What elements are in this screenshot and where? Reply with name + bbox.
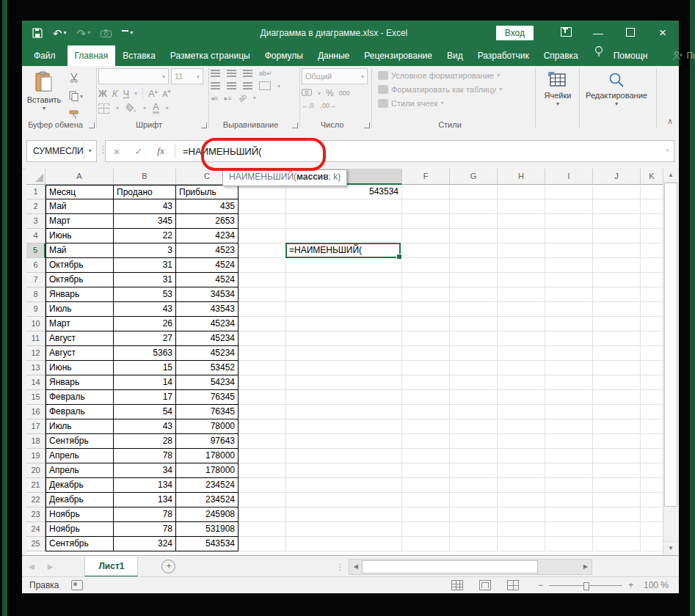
zoom-handle[interactable] xyxy=(583,582,589,590)
cell-J18[interactable] xyxy=(593,434,641,449)
undo-button[interactable]: ↶▾ xyxy=(53,28,67,39)
cell-C4[interactable]: 4234 xyxy=(176,229,239,243)
conditional-formatting-button[interactable]: Условное форматирование▾ xyxy=(378,68,534,82)
cell-G24[interactable] xyxy=(450,522,498,537)
cell-C11[interactable]: 45234 xyxy=(176,331,239,346)
cell-J8[interactable] xyxy=(593,287,641,302)
cell-K3[interactable] xyxy=(641,214,663,229)
cell-I19[interactable] xyxy=(545,449,593,463)
cell-F2[interactable] xyxy=(402,199,450,214)
cell-J10[interactable] xyxy=(593,317,641,331)
cell-H16[interactable] xyxy=(498,405,545,419)
cell-G19[interactable] xyxy=(450,449,498,463)
increase-decimal-button[interactable]: ←,0 xyxy=(302,102,314,109)
cell-D17[interactable] xyxy=(239,419,286,434)
cell-D10[interactable] xyxy=(239,317,286,331)
cancel-icon[interactable]: × xyxy=(106,145,128,158)
hscroll-grip[interactable]: ⋮ xyxy=(335,562,344,572)
cell-J25[interactable] xyxy=(593,537,641,551)
tab-developer[interactable]: Разработчик xyxy=(470,45,536,66)
cell-F14[interactable] xyxy=(402,375,450,390)
row-header-11[interactable]: 11 xyxy=(26,331,46,346)
cell-I12[interactable] xyxy=(545,346,593,361)
cell-C1[interactable]: Прибыль xyxy=(176,185,239,199)
column-header-J[interactable]: J xyxy=(593,169,641,185)
cell-I14[interactable] xyxy=(545,375,593,390)
cell-J15[interactable] xyxy=(593,390,641,405)
cell-E21[interactable] xyxy=(286,478,402,493)
vertical-scroll-thumb[interactable] xyxy=(664,183,677,507)
cell-D2[interactable] xyxy=(239,199,286,214)
cell-C24[interactable]: 531908 xyxy=(176,522,239,537)
zoom-track[interactable] xyxy=(549,585,622,586)
cell-D7[interactable] xyxy=(239,273,286,287)
expand-formula-bar-icon[interactable]: ⌄ xyxy=(664,145,670,153)
cell-C3[interactable]: 2653 xyxy=(176,214,239,229)
column-header-K[interactable]: K xyxy=(641,169,663,185)
scroll-up-icon[interactable]: ▲ xyxy=(663,169,678,183)
tab-data[interactable]: Данные xyxy=(310,45,357,66)
cell-I8[interactable] xyxy=(545,287,593,302)
cell-E7[interactable] xyxy=(286,273,402,287)
cell-K10[interactable] xyxy=(641,317,663,331)
cell-D20[interactable] xyxy=(239,463,286,478)
cell-G10[interactable] xyxy=(450,317,498,331)
cell-J9[interactable] xyxy=(593,302,641,317)
cell-E23[interactable] xyxy=(286,507,402,522)
cell-J14[interactable] xyxy=(593,375,641,390)
cell-J1[interactable] xyxy=(593,185,641,199)
cell-C15[interactable]: 76345 xyxy=(176,390,239,405)
cell-D24[interactable] xyxy=(239,522,286,537)
cells-button[interactable]: Ячейки ▾ xyxy=(537,68,578,107)
cell-B24[interactable]: 78 xyxy=(114,522,176,537)
enter-icon[interactable]: ✓ xyxy=(128,146,150,157)
format-as-table-button[interactable]: Форматировать как таблицу▾ xyxy=(378,82,534,96)
row-header-9[interactable]: 9 xyxy=(26,302,46,317)
cell-B1[interactable]: Продано xyxy=(114,185,176,199)
sign-in-button[interactable]: Вход xyxy=(496,26,534,40)
clipboard-dialog-launcher[interactable] xyxy=(89,122,95,128)
cell-I6[interactable] xyxy=(545,258,593,273)
align-bottom-button[interactable] xyxy=(243,70,252,77)
scroll-right-icon[interactable]: ▶ xyxy=(579,563,592,570)
cell-A25[interactable]: Сентябрь xyxy=(46,537,114,551)
cell-A10[interactable]: Март xyxy=(46,317,114,331)
cell-F9[interactable] xyxy=(402,302,450,317)
cell-F3[interactable] xyxy=(402,214,450,229)
cell-J21[interactable] xyxy=(593,478,641,493)
cell-K5[interactable] xyxy=(641,243,663,258)
zoom-slider[interactable]: − + xyxy=(538,580,633,590)
page-layout-view-button[interactable] xyxy=(479,580,491,590)
cell-K12[interactable] xyxy=(641,346,663,361)
cell-J11[interactable] xyxy=(593,331,641,346)
cell-K14[interactable] xyxy=(641,375,663,390)
row-header-23[interactable]: 23 xyxy=(26,507,46,522)
cell-A3[interactable]: Март xyxy=(46,214,114,229)
cell-A13[interactable]: Июнь xyxy=(46,361,114,375)
cell-C12[interactable]: 45234 xyxy=(176,346,239,361)
align-top-button[interactable] xyxy=(211,70,220,77)
cell-E2[interactable] xyxy=(286,199,402,214)
cell-G18[interactable] xyxy=(450,434,498,449)
cell-C7[interactable]: 4524 xyxy=(176,273,239,287)
cell-B25[interactable]: 324 xyxy=(114,537,176,551)
cell-G25[interactable] xyxy=(450,537,498,551)
cell-B20[interactable]: 34 xyxy=(114,463,176,478)
fill-color-button[interactable] xyxy=(125,103,137,114)
merge-center-button[interactable] xyxy=(259,81,271,90)
cell-D16[interactable] xyxy=(239,405,286,419)
cell-A20[interactable]: Апрель xyxy=(46,463,114,478)
cell-G12[interactable] xyxy=(450,346,498,361)
cell-A1[interactable]: Месяц xyxy=(46,185,114,199)
horizontal-scrollbar[interactable]: ◀ ▶ xyxy=(349,559,592,575)
cell-H13[interactable] xyxy=(498,361,545,375)
cell-I18[interactable] xyxy=(545,434,593,449)
cell-B2[interactable]: 43 xyxy=(114,199,176,214)
cell-K17[interactable] xyxy=(641,419,663,434)
sheet-tab[interactable]: Лист1 xyxy=(84,557,138,577)
cell-D19[interactable] xyxy=(239,449,286,463)
cell-A8[interactable]: Январь xyxy=(46,287,114,302)
cell-B21[interactable]: 134 xyxy=(114,478,176,493)
cell-D14[interactable] xyxy=(239,375,286,390)
cell-A18[interactable]: Сентябрь xyxy=(46,434,114,449)
